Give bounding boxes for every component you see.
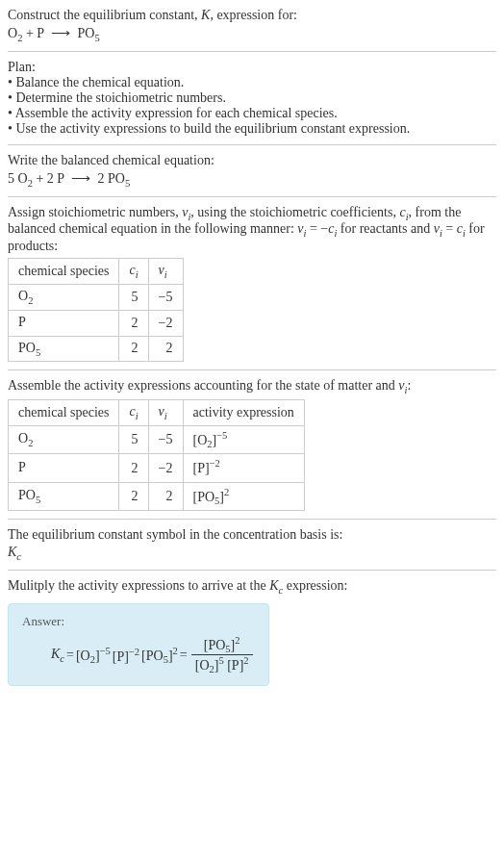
col-nu: νi	[148, 400, 183, 426]
table-header-row: chemical species ci νi activity expressi…	[9, 400, 305, 426]
fraction-numerator: [PO5]2	[191, 635, 253, 655]
col-activity: activity expression	[183, 400, 304, 426]
fraction: [PO5]2 [O2]5 [P]2	[191, 635, 253, 675]
plan-item: Balance the chemical equation.	[8, 75, 496, 90]
balanced-section: Write the balanced chemical equation: 5 …	[8, 153, 496, 189]
plan-item: Use the activity expressions to build th…	[8, 121, 496, 137]
table-header-row: chemical species ci νi	[9, 259, 184, 285]
col-species: chemical species	[9, 400, 119, 426]
divider	[8, 51, 496, 52]
table-row: P 2 −2	[9, 310, 184, 336]
balanced-title: Write the balanced chemical equation:	[8, 153, 496, 168]
symbol-text: The equilibrium constant symbol in the c…	[8, 527, 496, 543]
col-species: chemical species	[9, 259, 119, 285]
table-row: PO5 2 2	[9, 336, 184, 362]
fraction-denominator: [O2]5 [P]2	[191, 655, 253, 674]
divider	[8, 369, 496, 370]
divider	[8, 519, 496, 520]
balanced-equation: 5 O2 + 2 P ⟶ 2 PO5	[8, 170, 496, 189]
table-row: O2 5 −5 [O2]−5	[9, 425, 305, 453]
col-c: ci	[119, 259, 148, 285]
col-c: ci	[119, 400, 148, 426]
answer-label: Answer:	[22, 614, 255, 629]
stoich-table: chemical species ci νi O2 5 −5 P 2 −2 PO…	[8, 258, 184, 362]
kc-symbol: Kc	[8, 545, 496, 562]
divider	[8, 144, 496, 145]
col-nu: νi	[148, 259, 183, 285]
plan-item: Determine the stoichiometric numbers.	[8, 90, 496, 106]
symbol-section: The equilibrium constant symbol in the c…	[8, 527, 496, 562]
plan-item: Assemble the activity expression for eac…	[8, 106, 496, 121]
assemble-section: Assemble the activity expressions accoun…	[8, 378, 496, 511]
plan-title: Plan:	[8, 60, 496, 75]
divider	[8, 570, 496, 571]
plan-section: Plan: Balance the chemical equation. Det…	[8, 60, 496, 137]
table-row: PO5 2 2 [PO5]2	[9, 482, 305, 510]
plan-list: Balance the chemical equation. Determine…	[8, 75, 496, 137]
table-row: O2 5 −5	[9, 284, 184, 310]
prompt-text-2: , expression for:	[210, 8, 297, 22]
multiply-section: Mulitply the activity expressions to arr…	[8, 578, 496, 596]
answer-box: Answer: Kc = [O2]−5 [P]−2 [PO5]2 = [PO5]…	[8, 603, 269, 686]
answer-equation: Kc = [O2]−5 [P]−2 [PO5]2 = [PO5]2 [O2]5 …	[22, 635, 255, 675]
assign-section: Assign stoichiometric numbers, νi, using…	[8, 205, 496, 363]
table-row: P 2 −2 [P]−2	[9, 454, 305, 482]
divider	[8, 196, 496, 197]
prompt-section: Construct the equilibrium constant, K, e…	[8, 8, 496, 43]
activity-table: chemical species ci νi activity expressi…	[8, 399, 305, 511]
k-symbol: K	[201, 8, 210, 22]
unbalanced-equation: O2 + P ⟶ PO5	[8, 25, 496, 43]
prompt-text: Construct the equilibrium constant,	[8, 8, 201, 22]
